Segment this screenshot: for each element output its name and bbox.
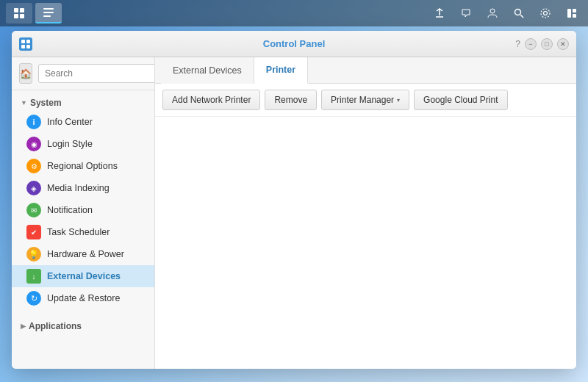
tabs-bar: External Devices Printer bbox=[155, 57, 576, 84]
chat-icon[interactable] bbox=[456, 3, 476, 24]
minimize-button[interactable]: − bbox=[525, 38, 537, 50]
svg-rect-4 bbox=[43, 8, 54, 10]
sidebar: 🏠 ▼ System i Info Center ◉ Login Style bbox=[12, 57, 155, 369]
titlebar: Control Panel ? − □ ✕ bbox=[12, 31, 576, 57]
system-section-header[interactable]: ▼ System bbox=[12, 95, 154, 111]
close-button[interactable]: ✕ bbox=[557, 38, 569, 50]
google-cloud-print-button[interactable]: Google Cloud Print bbox=[414, 90, 507, 110]
settings-icon[interactable] bbox=[535, 3, 556, 24]
sidebar-item-regional-options[interactable]: ⚙ Regional Options bbox=[12, 155, 154, 177]
hardware-power-label: Hardware & Power bbox=[47, 249, 124, 259]
svg-rect-15 bbox=[21, 40, 25, 43]
notification-label: Notification bbox=[47, 205, 93, 215]
taskbar-app-2[interactable] bbox=[35, 3, 62, 24]
applications-arrow-icon: ▶ bbox=[21, 322, 26, 330]
sidebar-home-row: 🏠 bbox=[12, 57, 154, 90]
tab-external-devices[interactable]: External Devices bbox=[161, 57, 254, 84]
remove-button[interactable]: Remove bbox=[265, 90, 317, 110]
svg-point-10 bbox=[544, 12, 548, 15]
sidebar-item-notification[interactable]: ✉ Notification bbox=[12, 199, 154, 221]
svg-rect-12 bbox=[567, 9, 571, 18]
search-input[interactable] bbox=[38, 64, 155, 83]
window-controls: ? − □ ✕ bbox=[515, 38, 569, 50]
help-button[interactable]: ? bbox=[515, 38, 520, 50]
svg-rect-1 bbox=[20, 8, 24, 12]
sidebar-item-external-devices[interactable]: ↓ External Devices bbox=[12, 265, 154, 287]
svg-rect-2 bbox=[14, 14, 18, 18]
taskbar-right-icons bbox=[429, 3, 582, 24]
svg-rect-3 bbox=[20, 14, 24, 18]
toolbar: Add Network Printer Remove Printer Manag… bbox=[155, 84, 576, 117]
external-devices-label: External Devices bbox=[47, 271, 121, 281]
external-devices-icon: ↓ bbox=[26, 269, 41, 284]
regional-options-icon: ⚙ bbox=[26, 159, 41, 173]
sidebar-item-hardware-power[interactable]: 💡 Hardware & Power bbox=[12, 243, 154, 265]
sidebar-item-media-indexing[interactable]: ◈ Media Indexing bbox=[12, 177, 154, 199]
tab-printer[interactable]: Printer bbox=[254, 57, 308, 84]
login-style-label: Login Style bbox=[47, 139, 93, 149]
svg-rect-0 bbox=[14, 8, 18, 12]
svg-rect-5 bbox=[43, 12, 54, 13]
svg-rect-6 bbox=[43, 15, 51, 17]
content-area: External Devices Printer Add Network Pri… bbox=[155, 57, 576, 369]
add-network-printer-button[interactable]: Add Network Printer bbox=[162, 90, 260, 110]
info-center-icon: i bbox=[26, 115, 41, 129]
applications-section-label: Applications bbox=[29, 321, 82, 331]
regional-options-label: Regional Options bbox=[47, 161, 118, 171]
user-icon[interactable] bbox=[482, 3, 503, 24]
svg-point-11 bbox=[541, 9, 550, 18]
info-center-label: Info Center bbox=[47, 117, 93, 127]
taskbar-app-1[interactable] bbox=[6, 3, 32, 24]
applications-section: ▶ Applications bbox=[12, 314, 154, 339]
update-restore-icon: ↻ bbox=[26, 291, 41, 306]
system-section-label: System bbox=[30, 98, 62, 108]
svg-point-7 bbox=[490, 9, 495, 13]
sidebar-item-info-center[interactable]: i Info Center bbox=[12, 111, 154, 133]
svg-rect-17 bbox=[21, 45, 25, 48]
login-style-icon: ◉ bbox=[26, 137, 41, 151]
media-indexing-label: Media Indexing bbox=[47, 183, 110, 193]
search-icon[interactable] bbox=[509, 3, 529, 24]
system-section: ▼ System i Info Center ◉ Login Style ⚙ R… bbox=[12, 90, 154, 314]
notification-icon: ✉ bbox=[26, 203, 41, 217]
layout-icon[interactable] bbox=[562, 3, 582, 24]
applications-section-header[interactable]: ▶ Applications bbox=[12, 318, 154, 334]
svg-point-8 bbox=[515, 10, 521, 15]
svg-rect-18 bbox=[26, 45, 30, 48]
svg-rect-14 bbox=[573, 14, 576, 18]
media-indexing-icon: ◈ bbox=[26, 181, 41, 195]
svg-line-9 bbox=[520, 15, 523, 18]
sidebar-item-login-style[interactable]: ◉ Login Style bbox=[12, 133, 154, 155]
maximize-button[interactable]: □ bbox=[541, 38, 553, 50]
svg-rect-16 bbox=[26, 40, 30, 43]
sidebar-item-update-restore[interactable]: ↻ Update & Restore bbox=[12, 287, 154, 309]
sidebar-item-task-scheduler[interactable]: ✔ Task Scheduler bbox=[12, 221, 154, 243]
task-scheduler-label: Task Scheduler bbox=[47, 227, 110, 237]
main-content-area bbox=[155, 117, 576, 369]
window-title: Control Panel bbox=[263, 38, 326, 49]
update-restore-label: Update & Restore bbox=[47, 293, 120, 303]
svg-rect-13 bbox=[573, 9, 576, 12]
printer-manager-button[interactable]: Printer Manager ▾ bbox=[321, 90, 409, 110]
hardware-power-icon: 💡 bbox=[26, 247, 41, 262]
window-logo bbox=[19, 37, 32, 51]
control-panel-window: Control Panel ? − □ ✕ 🏠 ▼ System i bbox=[12, 31, 576, 369]
printer-manager-dropdown-icon: ▾ bbox=[397, 97, 400, 104]
system-arrow-icon: ▼ bbox=[21, 99, 27, 107]
task-scheduler-icon: ✔ bbox=[26, 225, 41, 239]
home-button[interactable]: 🏠 bbox=[19, 63, 32, 84]
upload-icon[interactable] bbox=[429, 3, 450, 24]
window-body: 🏠 ▼ System i Info Center ◉ Login Style bbox=[12, 57, 576, 369]
taskbar bbox=[0, 0, 588, 26]
